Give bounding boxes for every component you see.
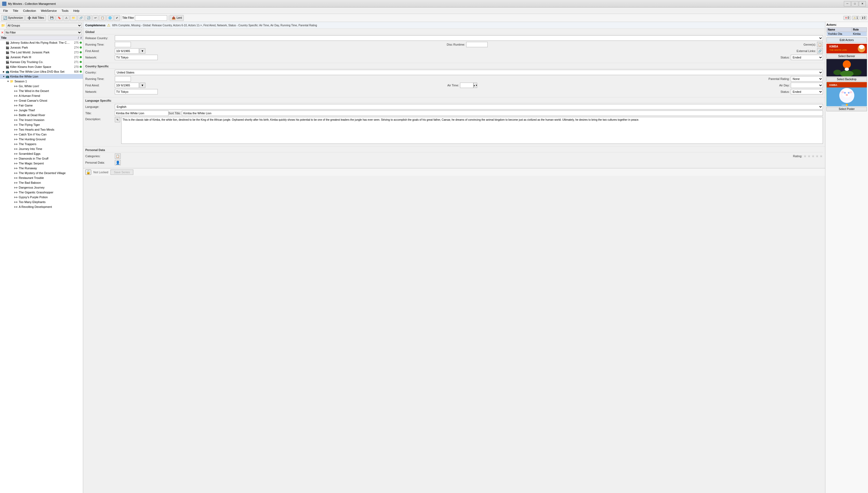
parental-rating-select[interactable]: None xyxy=(791,76,823,82)
tree-item[interactable]: ▶▶ Great Caesar's Ghost xyxy=(0,98,83,103)
tree-item[interactable]: 🎬 Jurassic Park III 272 xyxy=(0,55,83,60)
star-2[interactable]: ★ xyxy=(807,154,811,158)
save-series-button[interactable]: Save Series xyxy=(110,170,133,175)
tree-item[interactable]: ▶▶ A Human Friend xyxy=(0,93,83,98)
tree-item[interactable]: 🎬 The Lost World: Jurassic Park 273 xyxy=(0,50,83,55)
running-time-input[interactable]: 30 xyxy=(115,42,131,47)
tree-item[interactable]: ▶▶ The Gigantic Grasshopper xyxy=(0,190,83,195)
star-1[interactable]: ★ xyxy=(803,154,807,158)
tree-item[interactable]: ▶ 📺 Kimba The White Lion Ultra DVD Box S… xyxy=(0,69,83,74)
personal-data-button[interactable]: 👤 xyxy=(115,160,121,165)
tree-expand-icon[interactable]: ▼ xyxy=(2,76,5,78)
tree-item[interactable]: ▶▶ The Insect Invasion xyxy=(0,117,83,122)
tree-item[interactable]: ▶▶ The Magic Serpent xyxy=(0,161,83,166)
description-edit-button[interactable]: ✎ xyxy=(115,117,120,122)
description-textarea[interactable]: This is the classic tale of Kimba, the w… xyxy=(121,117,823,144)
menu-collection[interactable]: Collection xyxy=(21,8,38,13)
tree-item[interactable]: 🎬 Jurassic Park 274 xyxy=(0,45,83,50)
badge-red-button[interactable]: ✕ 0 xyxy=(843,16,851,20)
toolbar-btn-10[interactable]: ✔ xyxy=(114,15,120,21)
tree-expand-icon[interactable]: ▼ xyxy=(6,80,10,83)
tree-item[interactable]: ▶▶ The Mystery of the Deserted Village xyxy=(0,171,83,175)
toolbar-btn-3[interactable]: ⚠ xyxy=(63,15,69,21)
lock-button[interactable]: 🔓 xyxy=(85,170,91,175)
status-select[interactable]: Ended Continuing xyxy=(791,55,823,60)
language-select[interactable]: English xyxy=(115,104,823,109)
cs-network-input[interactable] xyxy=(115,89,158,94)
edit-actors-button[interactable]: Edit Actors xyxy=(826,37,867,43)
select-backdrop-button[interactable]: Select Backdrop xyxy=(826,77,867,82)
tree-item[interactable]: ▶▶ Diamonds in The Gruff xyxy=(0,156,83,161)
toolbar-btn-7[interactable]: ↩ xyxy=(92,15,99,21)
title-filter-input[interactable] xyxy=(135,15,167,21)
disc-runtime-input[interactable] xyxy=(466,42,487,47)
star-5[interactable]: ★ xyxy=(820,154,823,158)
menu-webservice[interactable]: WebService xyxy=(39,8,59,13)
air-day-select[interactable] xyxy=(791,83,823,88)
toolbar-btn-6[interactable]: 🔄 xyxy=(85,15,92,21)
cs-first-aired-input[interactable] xyxy=(115,83,139,88)
external-links-button[interactable]: 🔗 xyxy=(817,48,823,53)
add-titles-button[interactable]: ➕ Add Titles xyxy=(25,15,46,21)
tree-item[interactable]: ▶▶ The Trappers xyxy=(0,142,83,147)
badge-info-button[interactable]: ℹ 0 xyxy=(861,16,867,20)
tree-item[interactable]: ▶▶ Battle at Dead River xyxy=(0,113,83,117)
menu-tools[interactable]: Tools xyxy=(60,8,71,13)
tree-item[interactable]: ▶▶ Go, White Lion! xyxy=(0,84,83,88)
tree-item[interactable]: ▶▶ Fair Game xyxy=(0,103,83,108)
tree-item[interactable]: ▶▶ Two Hearts and Two Minds xyxy=(0,127,83,132)
genres-button[interactable]: 📋 xyxy=(817,42,823,47)
cs-first-aired-calendar[interactable]: ▼ xyxy=(139,83,145,88)
tree-item[interactable]: ▶▶ The Runaway xyxy=(0,166,83,171)
toolbar-btn-8[interactable]: 📋 xyxy=(99,15,106,21)
maximize-button[interactable]: □ xyxy=(851,1,858,6)
tree-item[interactable]: ▶▶ The Wind in the Desert xyxy=(0,88,83,93)
tree-item[interactable]: 🎬 Kansas City Trucking Co. 271 xyxy=(0,60,83,64)
tree-item[interactable]: ▶▶ Jungle Thief xyxy=(0,108,83,113)
cs-running-time-input[interactable] xyxy=(115,76,131,82)
toolbar-btn-1[interactable]: 💾 xyxy=(48,15,55,21)
toolbar-btn-5[interactable]: 🔗 xyxy=(78,15,85,21)
release-country-select[interactable] xyxy=(115,36,823,41)
tree-item[interactable]: ▶▶ Too Many Elephants xyxy=(0,199,83,205)
select-banner-button[interactable]: Select Banner xyxy=(826,54,867,59)
tree-item[interactable]: ▼ 📁 Season 1 xyxy=(0,79,83,84)
star-3[interactable]: ★ xyxy=(811,154,815,158)
network-input[interactable] xyxy=(115,55,158,60)
tree-item[interactable]: ▶▶ Dangerous Journey xyxy=(0,185,83,190)
tree-item[interactable]: ▶▶ Scrambled Eggs xyxy=(0,151,83,156)
close-button[interactable]: ✕ xyxy=(859,1,866,6)
star-4[interactable]: ★ xyxy=(816,154,819,158)
tree-item[interactable]: ▶▶ The Hunting Ground xyxy=(0,137,83,142)
air-time-spinner[interactable]: ▲▼ xyxy=(473,83,477,88)
tree-expand-icon[interactable]: ▶ xyxy=(2,70,5,73)
menu-file[interactable]: File xyxy=(1,8,10,13)
tree-item[interactable]: ▶▶ Gypsy's Purple Potion xyxy=(0,195,83,199)
air-time-input[interactable] xyxy=(460,83,473,88)
synchronize-button[interactable]: 🔄 Synchronize xyxy=(1,15,25,21)
cs-status-select[interactable]: Ended Continuing xyxy=(791,89,823,94)
tree-item[interactable]: ▶▶ Catch 'Em if You Can xyxy=(0,132,83,137)
tree-area[interactable]: 🎬 Johnny Sokko And His Flying Robot: The… xyxy=(0,40,83,493)
badge-yellow-button[interactable]: ⚠ 1 xyxy=(852,16,860,20)
menu-help[interactable]: Help xyxy=(71,8,82,13)
country-select[interactable]: United States xyxy=(115,70,823,75)
rating-stars[interactable]: ★ ★ ★ ★ ★ xyxy=(803,154,823,158)
select-poster-button[interactable]: Select Poster xyxy=(826,107,867,111)
tree-item[interactable]: 🎬 Johnny Sokko And His Flying Robot: The… xyxy=(0,40,83,45)
tree-item[interactable]: ▼ 📺 Kimba the White Lion xyxy=(0,74,83,79)
title-input[interactable] xyxy=(115,110,169,116)
tree-item[interactable]: ▶▶ Restaurant Trouble xyxy=(0,175,83,180)
tree-item[interactable]: ▶▶ The Bad Baboon xyxy=(0,180,83,185)
lent-button[interactable]: 📤 Lent xyxy=(170,15,183,21)
minimize-button[interactable]: ─ xyxy=(844,1,851,6)
sort-title-input[interactable] xyxy=(182,110,823,116)
toolbar-btn-2[interactable]: 🔖 xyxy=(56,15,63,21)
filter-dropdown[interactable]: No Filter xyxy=(4,30,82,35)
toolbar-btn-9[interactable]: 🌐 xyxy=(107,15,113,21)
categories-button[interactable]: 📋 xyxy=(115,153,121,159)
first-aired-calendar[interactable]: ▼ xyxy=(139,48,145,53)
toolbar-btn-4[interactable]: 📁 xyxy=(70,15,77,21)
window-controls[interactable]: ─ □ ✕ xyxy=(844,1,866,6)
menu-title[interactable]: Title xyxy=(11,8,20,13)
